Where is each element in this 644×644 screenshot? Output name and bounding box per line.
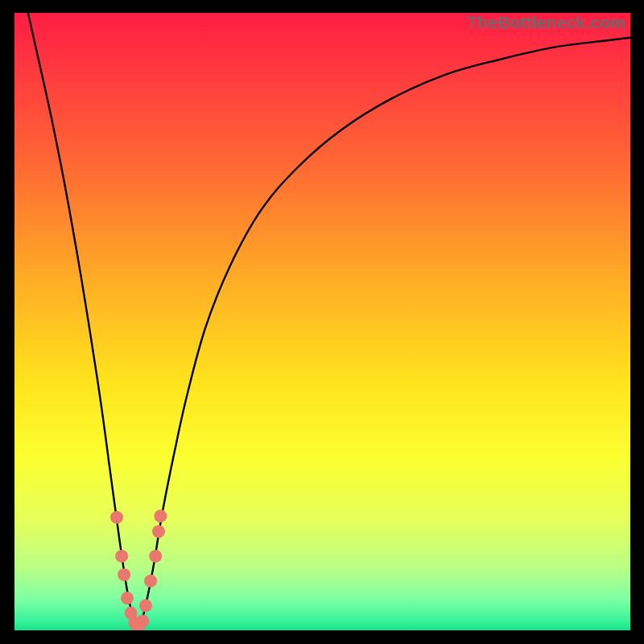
highlight-point [139,599,152,612]
highlight-point [118,568,130,581]
highlight-point [115,550,128,563]
highlight-point [144,575,157,588]
highlight-point [110,511,123,524]
highlight-point [136,614,149,627]
chart-plot-area: TheBottleneck.com [14,13,630,630]
watermark-text: TheBottleneck.com [467,13,625,32]
highlight-point [152,525,165,538]
chart-svg [14,13,630,630]
highlight-point [154,510,167,522]
gradient-background [14,13,630,630]
highlight-point [121,592,134,605]
chart-frame: TheBottleneck.com [0,0,644,644]
highlight-point [149,550,162,563]
